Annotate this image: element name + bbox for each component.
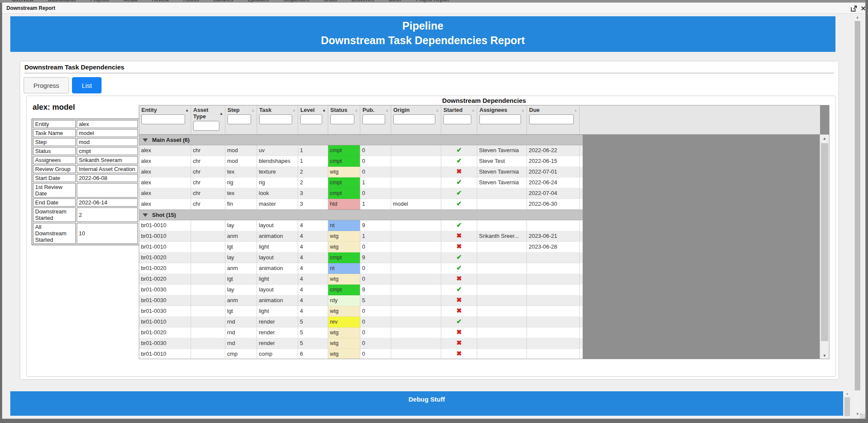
detail-row: 1st Review Date xyxy=(33,183,138,198)
column-header-pub[interactable]: Pub.▲ xyxy=(360,105,391,134)
sort-arrow-icon[interactable]: ▲ xyxy=(435,108,439,112)
window-titlebar[interactable]: Downstream Report ✕ xyxy=(2,3,865,14)
cell-entity: br01-0010 xyxy=(139,231,191,242)
window-vertical-scrollbar[interactable]: ▲ ▼ xyxy=(854,14,861,418)
debug-stuff-bar[interactable]: Debug Stuff xyxy=(10,391,843,416)
cell-due: 2022-07-01 xyxy=(527,167,580,177)
table-row[interactable]: alexchrtexlook3cmpt0✔2022-07-04 xyxy=(139,188,583,199)
cell-task: render xyxy=(257,317,298,327)
grid-scroll-down-icon[interactable]: ▼ xyxy=(820,352,829,359)
column-header-assignees[interactable]: Assignees▲ xyxy=(477,105,527,134)
popout-icon[interactable] xyxy=(850,5,858,12)
filter-input-status[interactable] xyxy=(330,114,354,124)
table-row[interactable]: br01-0010rndrender5rev0✔ xyxy=(139,317,583,327)
column-header-due[interactable]: Due▲ xyxy=(527,105,580,134)
cell-task: layout xyxy=(257,252,298,263)
table-row[interactable]: br01-0030rndrender5wtg0✖ xyxy=(139,338,583,349)
filter-input-level[interactable] xyxy=(300,114,322,124)
grid-scrollbar-thumb[interactable] xyxy=(821,143,828,341)
table-row[interactable]: br01-0030anmanimation4rdy5✖ xyxy=(139,295,583,306)
filter-input-step[interactable] xyxy=(227,114,251,124)
cell-assignees xyxy=(477,317,527,327)
table-row[interactable]: br01-0030lgtlight4wtg0✖ xyxy=(139,306,583,317)
sort-arrow-icon[interactable]: ▲ xyxy=(521,108,525,112)
table-row[interactable]: br01-0030laylayout4cmpt9✔ xyxy=(139,285,583,295)
cell-due: 2023-06-28 xyxy=(527,242,580,252)
selected-task-title: alex: model xyxy=(33,103,144,112)
column-header-task[interactable]: Task▲ xyxy=(257,105,298,134)
filter-input-asset_type[interactable] xyxy=(193,121,219,131)
filter-input-pub[interactable] xyxy=(362,114,385,124)
column-header-level[interactable]: Level▲ xyxy=(298,105,328,134)
sort-arrow-icon[interactable]: ▲ xyxy=(385,108,389,112)
table-row[interactable]: alexchrfinmaster3hld1model✔2022-06-30 xyxy=(139,199,583,210)
window-resize-grip[interactable] xyxy=(860,414,866,419)
column-header-entity[interactable]: Entity▲ xyxy=(139,105,191,134)
table-row[interactable]: br01-0010laylayout4nt9✔ xyxy=(139,220,583,231)
cell-level: 4 xyxy=(298,220,328,231)
grid-vertical-scrollbar[interactable]: ▲ ▼ xyxy=(820,135,829,359)
not-started-cross-icon: ✖ xyxy=(456,243,462,250)
cell-assignees xyxy=(477,295,527,306)
group-header-row[interactable]: Shot (15) xyxy=(139,210,583,220)
sort-arrow-icon[interactable]: ▲ xyxy=(292,108,296,112)
filter-input-entity[interactable] xyxy=(141,114,185,124)
window-scrollbar-thumb[interactable] xyxy=(855,21,860,390)
sort-arrow-icon[interactable]: ▲ xyxy=(354,108,358,112)
column-header-origin[interactable]: Origin▲ xyxy=(391,105,441,134)
grid-scroll-up-icon[interactable]: ▲ xyxy=(820,135,829,142)
column-header-step[interactable]: Step▲ xyxy=(225,105,257,134)
cell-origin: model xyxy=(391,199,441,210)
table-row[interactable]: alexchrmodblendshapes1cmpt0✔Steve Test20… xyxy=(139,156,583,167)
collapse-triangle-icon[interactable] xyxy=(143,138,148,142)
collapse-triangle-icon[interactable] xyxy=(143,213,148,217)
table-row[interactable]: br01-0020laylayout4cmpt9✔ xyxy=(139,252,583,263)
column-header-asset_type[interactable]: Asset Type▲ xyxy=(191,105,225,134)
column-label: Due xyxy=(529,107,577,113)
filter-input-assignees[interactable] xyxy=(479,114,521,124)
column-header-started[interactable]: Started▲ xyxy=(441,105,477,134)
sort-arrow-icon[interactable]: ▲ xyxy=(322,108,326,112)
cell-assignees xyxy=(477,274,527,285)
tab-list[interactable]: List xyxy=(72,77,102,93)
sort-arrow-icon[interactable]: ▲ xyxy=(574,108,578,112)
sort-arrow-icon[interactable]: ▲ xyxy=(251,108,255,112)
table-row[interactable]: alexchrmoduv1cmpt0✔Steven Tavernia2022-0… xyxy=(139,145,583,156)
cell-due xyxy=(527,349,580,359)
table-row[interactable]: alexchrrigrig2cmpt1✔Steven Tavernia2022-… xyxy=(139,177,583,188)
mini-scroll-up-icon[interactable]: ▲ xyxy=(844,391,850,396)
table-row[interactable]: br01-0020anmanimation4nt0✔ xyxy=(139,263,583,274)
mini-scrollbar-thumb[interactable] xyxy=(844,397,850,416)
filter-input-task[interactable] xyxy=(259,114,292,124)
cell-entity: br01-0030 xyxy=(139,306,191,317)
close-icon[interactable]: ✕ xyxy=(859,5,867,12)
not-started-cross-icon: ✖ xyxy=(456,232,462,239)
cell-step: rnd xyxy=(225,317,257,327)
cell-entity: br01-0020 xyxy=(139,327,191,338)
filter-input-origin[interactable] xyxy=(393,114,435,124)
cell-origin xyxy=(391,177,441,188)
table-row[interactable]: br01-0020rndrender5wtg0✖ xyxy=(139,327,583,338)
table-row[interactable]: br01-0010cmpcomp6wtg0✖ xyxy=(139,349,583,359)
sort-arrow-icon[interactable]: ▲ xyxy=(185,108,189,112)
grid-body: Main Asset (6)alexchrmoduv1cmpt0✔Steven … xyxy=(139,135,820,359)
filter-input-started[interactable] xyxy=(443,114,471,124)
filter-input-due[interactable] xyxy=(529,114,574,124)
table-row[interactable]: br01-0010anmanimation4wtg1✖Srikanth Sree… xyxy=(139,231,583,242)
cell-entity: br01-0020 xyxy=(139,263,191,274)
dependencies-panel: alex: model EntityalexTask NamemodelStep… xyxy=(26,96,836,377)
scroll-up-arrow-icon[interactable]: ▲ xyxy=(854,14,861,20)
column-label: Origin xyxy=(393,107,439,113)
group-header-row[interactable]: Main Asset (6) xyxy=(139,135,583,145)
tab-progress[interactable]: Progress xyxy=(24,77,69,93)
cell-step: tex xyxy=(225,167,257,177)
content-mini-scrollbar[interactable]: ▲ xyxy=(844,391,850,418)
column-header-status[interactable]: Status▲ xyxy=(328,105,360,134)
sort-arrow-icon[interactable]: ▲ xyxy=(471,108,475,112)
cell-status: wtg xyxy=(328,349,360,359)
table-row[interactable]: br01-0010lgtlight4wtg0✖2023-06-28 xyxy=(139,242,583,252)
cell-started: ✖ xyxy=(441,231,477,242)
table-row[interactable]: alexchrtextexture2wtg0✖Steven Tavernia20… xyxy=(139,167,583,177)
sort-arrow-icon[interactable]: ▲ xyxy=(219,111,223,116)
table-row[interactable]: br01-0020lgtlight4wtg0✖ xyxy=(139,274,583,285)
